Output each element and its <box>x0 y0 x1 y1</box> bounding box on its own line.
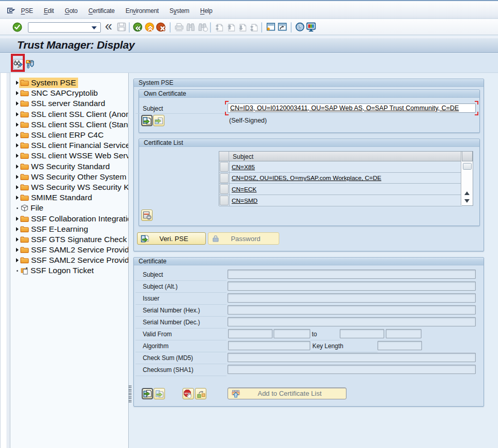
subject-cell[interactable]: CN=ECK <box>232 186 256 193</box>
tree-item-snc-sapcryptolib[interactable]: SNC SAPCryptolib <box>11 88 129 98</box>
expand-arrow-icon[interactable] <box>16 217 19 221</box>
export-certificate-button[interactable] <box>154 388 165 399</box>
scroll-up-icon[interactable] <box>464 191 470 195</box>
first-page-icon[interactable] <box>214 22 224 32</box>
expand-arrow-icon[interactable] <box>16 143 19 147</box>
command-field[interactable] <box>28 22 101 33</box>
tree-item-ws-security-other-system[interactable]: WS Security Other System Encryption <box>11 172 129 182</box>
last-page-icon[interactable] <box>249 22 259 32</box>
export-own-certificate-button[interactable] <box>141 115 153 126</box>
md5-checksum-field[interactable] <box>228 353 476 362</box>
tree-item-content[interactable]: File <box>20 203 46 213</box>
valid-to-date-field[interactable] <box>340 329 384 338</box>
menu-certificate[interactable]: Certificate <box>83 7 120 14</box>
tree-item-ws-security-keys[interactable]: WS Security WS Security Keys <box>11 182 129 192</box>
tree-item-content[interactable]: WS Security Standard <box>19 161 112 172</box>
expand-arrow-icon[interactable] <box>16 175 19 179</box>
table-row[interactable]: CN=SMD <box>219 195 462 206</box>
cert-subject-field[interactable] <box>228 270 476 279</box>
password-button[interactable]: Password <box>208 232 279 245</box>
row-selector[interactable] <box>220 173 229 183</box>
delete-certificate-button[interactable]: STOP <box>183 388 194 399</box>
customize-layout-icon[interactable] <box>306 22 316 32</box>
tree-item-ssl-client-anonymous[interactable]: SSL client SSL Client (Anonymous) <box>11 109 129 120</box>
back-icon[interactable] <box>133 22 144 33</box>
tree-item-content[interactable]: SSF Collaboration Integration <box>19 214 129 224</box>
algorithm-field[interactable] <box>228 341 310 350</box>
own-subject-value[interactable]: CN=ID3, OU=I0120003411, OU=SAP Web AS, O… <box>228 104 475 112</box>
import-own-certificate-button[interactable] <box>153 115 164 126</box>
table-row[interactable]: CN=X85 <box>219 161 462 173</box>
add-to-certificate-list-button[interactable]: Add to Certificate List <box>228 387 346 399</box>
next-page-icon[interactable] <box>237 22 247 32</box>
tree-item-ssl-client-financial-services[interactable]: SSL client Financial Services <box>11 140 129 151</box>
tree-item-content[interactable]: SSL client SSL Client (Standard) <box>19 120 129 130</box>
tree-item-ssl-client-wsse[interactable]: SSL client WSSE Web Service <box>11 151 129 161</box>
row-selector[interactable] <box>220 196 229 205</box>
tree-item-ssf-logon-ticket[interactable]: SSF Logon Ticket <box>11 265 129 276</box>
help-icon[interactable]: ? <box>295 22 305 32</box>
table-row[interactable]: CN=DSZ, OU=IDES, O=mySAP.com Workplace, … <box>219 173 462 184</box>
verify-pse-button[interactable]: Veri. PSE <box>137 232 206 245</box>
menu-edit[interactable]: Edit <box>38 7 59 14</box>
create-shortcut-icon[interactable] <box>278 22 287 32</box>
print-icon[interactable] <box>174 23 184 32</box>
valid-to-time-field[interactable] <box>386 329 421 338</box>
expand-arrow-icon[interactable] <box>16 112 19 116</box>
tree-item-ssl-client-standard[interactable]: SSL client SSL Client (Standard) <box>11 120 129 130</box>
change-password-button[interactable] <box>25 59 36 70</box>
menu-environment[interactable]: Environment <box>120 7 164 14</box>
tree-item-content[interactable]: System PSE <box>19 78 78 88</box>
expand-arrow-icon[interactable] <box>16 133 19 137</box>
tree-item-ssf-gts[interactable]: SSF GTS Signature Check <box>11 234 129 245</box>
tree-item-ssl-server-standard[interactable]: SSL server Standard <box>11 98 129 109</box>
import-certificate-button[interactable] <box>142 388 153 399</box>
cancel-icon[interactable] <box>156 22 167 33</box>
splitter-grip[interactable] <box>129 385 132 404</box>
own-subject-field[interactable]: CN=ID3, OU=I0120003411, OU=SAP Web AS, O… <box>228 103 476 113</box>
tree-item-content[interactable]: SNC SAPCryptolib <box>19 88 100 98</box>
expand-arrow-icon[interactable] <box>16 81 19 85</box>
valid-from-time-field[interactable] <box>274 329 310 338</box>
expand-arrow-icon[interactable] <box>16 185 19 189</box>
expand-arrow-icon[interactable] <box>16 165 19 169</box>
tree-item-content[interactable]: SSL server Standard <box>19 98 107 109</box>
tree-item-content[interactable]: SSF E-Learning <box>19 224 90 234</box>
tree-item-ssf-saml2-enc[interactable]: SSF SAML2 Service Provider - Enc <box>11 245 129 255</box>
subject-column-header[interactable]: Subject <box>233 153 253 160</box>
menu-system[interactable]: System <box>164 7 194 14</box>
tree-item-content[interactable]: SMIME Standard <box>19 192 94 203</box>
tree-item-content[interactable]: SSL client ERP C4C <box>19 130 105 140</box>
replace-certificate-button[interactable] <box>195 388 206 399</box>
expand-arrow-icon[interactable] <box>16 196 19 200</box>
find-icon[interactable] <box>186 22 195 32</box>
cert-serial-dec-field[interactable] <box>228 317 476 326</box>
new-session-icon[interactable] <box>266 22 276 32</box>
save-icon[interactable] <box>117 22 126 32</box>
subject-cell[interactable]: CN=X85 <box>232 163 255 171</box>
scroll-down-icon[interactable] <box>464 199 470 203</box>
enter-check-icon[interactable] <box>12 22 22 32</box>
tree-item-content[interactable]: SSL client WSSE Web Service <box>19 151 129 161</box>
tree-item-content[interactable]: SSF Logon Ticket <box>20 265 96 276</box>
tree-item-content[interactable]: SSF GTS Signature Check <box>19 234 129 245</box>
tree-item-content[interactable]: SSF SAML2 Service Provider - Sig <box>19 255 129 265</box>
tree-item-file[interactable]: File <box>11 203 129 213</box>
tree-item-ssf-collaboration[interactable]: SSF Collaboration Integration <box>11 213 129 223</box>
table-scrollbar[interactable] <box>461 152 473 205</box>
command-field-dropdown-icon[interactable] <box>92 26 97 29</box>
expand-arrow-icon[interactable] <box>16 154 19 158</box>
table-row[interactable]: CN=ECK <box>219 184 462 195</box>
sha1-checksum-field[interactable] <box>228 365 476 374</box>
find-next-icon[interactable] <box>198 22 208 32</box>
tree-item-smime-standard[interactable]: SMIME Standard <box>11 192 129 203</box>
cert-issuer-field[interactable] <box>228 293 476 303</box>
expand-arrow-icon[interactable] <box>16 258 19 262</box>
collapse-toolbar-icon[interactable]: « <box>105 19 112 34</box>
tree-item-content[interactable]: WS Security Other System Encryption <box>19 172 129 182</box>
menu-pse[interactable]: PSE <box>16 7 38 14</box>
selector-column-header[interactable] <box>219 152 229 161</box>
row-selector[interactable] <box>220 184 229 194</box>
tree-item-ssl-client-erp-c4c[interactable]: SSL client ERP C4C <box>11 130 129 140</box>
tree-item-content[interactable]: WS Security WS Security Keys <box>19 182 129 192</box>
